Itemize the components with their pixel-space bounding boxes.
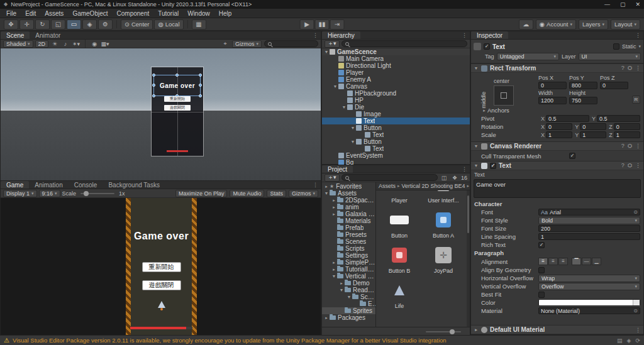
icon-size-thumb[interactable]: [450, 329, 455, 334]
hierarchy-item[interactable]: Enemy A: [322, 76, 470, 83]
tag-dropdown[interactable]: Untagged▾: [497, 53, 559, 60]
component-tools-icon[interactable]: ⌖: [221, 40, 230, 48]
resize-handle[interactable]: [199, 84, 202, 87]
grid-settings-icon[interactable]: ▦▾: [101, 40, 109, 48]
gameobject-name[interactable]: Text: [492, 43, 611, 50]
vertical-overflow-dropdown[interactable]: Overflow▾: [538, 283, 640, 290]
expand-arrow-icon[interactable]: ▸: [323, 184, 330, 189]
asset-item[interactable]: User Interf...: [424, 190, 463, 204]
tree-item-selected[interactable]: Sprites: [322, 307, 375, 314]
grid-snap-button[interactable]: ▦: [192, 19, 206, 30]
hierarchy-item[interactable]: Text: [322, 131, 470, 138]
expand-arrow-icon[interactable]: ▼: [323, 50, 330, 54]
game-gizmos-dropdown[interactable]: Gizmos ▾: [289, 190, 318, 197]
expand-arrow-icon[interactable]: ▼: [338, 288, 345, 292]
game-restart-button[interactable]: 重新開始: [142, 262, 181, 272]
tab-game[interactable]: Game: [1, 181, 29, 189]
expand-arrow-icon[interactable]: ▸: [331, 212, 337, 216]
hierarchy-item[interactable]: ▼Canvas: [322, 83, 470, 90]
hierarchy-scene-root[interactable]: ▼GameScence: [322, 48, 470, 55]
hand-tool-button[interactable]: ✥: [4, 19, 18, 30]
close-button[interactable]: ✕: [635, 1, 640, 8]
expand-arrow-icon[interactable]: ▸: [331, 198, 337, 202]
scale-x-field[interactable]: 1: [546, 131, 572, 138]
game-viewport[interactable]: Game over 重新開始 遊戲關閉: [1, 198, 321, 336]
hierarchy-item[interactable]: Main Camera: [322, 55, 470, 62]
tree-item[interactable]: Edit...: [322, 300, 375, 307]
layers-dropdown[interactable]: Layers ▾: [579, 19, 608, 30]
panel-menu-icon[interactable]: ⋮: [459, 31, 470, 39]
tree-item[interactable]: ▼Scripts: [322, 293, 375, 300]
resize-handle[interactable]: [152, 94, 155, 97]
expand-arrow-icon[interactable]: ▼: [346, 295, 352, 299]
rotation-z-field[interactable]: 0: [614, 123, 640, 130]
text-value-area[interactable]: Game over: [474, 179, 641, 198]
align-left-button[interactable]: ≡: [538, 258, 548, 265]
component-menu-icon[interactable]: ⋮: [635, 143, 641, 150]
tree-item[interactable]: ▸Galaxia Spr...: [322, 211, 375, 217]
expand-arrow-icon[interactable]: ▼: [332, 84, 338, 89]
asset-scrollbar[interactable]: [467, 190, 470, 327]
anchors-foldout[interactable]: ▸ Anchors: [471, 106, 643, 114]
default-material-header[interactable]: ▸ Default UI Material ⋮: [471, 325, 643, 334]
rotation-x-field[interactable]: 0: [546, 123, 572, 130]
space-mode-button[interactable]: ◍ Local: [154, 19, 183, 30]
game-quit-button[interactable]: 遊戲關閉: [142, 280, 181, 290]
hidden-package-count[interactable]: 16: [461, 175, 467, 181]
2d-toggle-button[interactable]: 2D: [35, 40, 49, 48]
tree-item-favorites[interactable]: ▸★Favorites: [322, 183, 375, 190]
menu-tutorial[interactable]: Tutorial: [153, 10, 183, 17]
scene-search-input[interactable]: [274, 41, 314, 47]
aspect-ratio-dropdown[interactable]: 9:16 ▾: [39, 190, 60, 197]
foldout-arrow-icon[interactable]: ▼: [474, 144, 479, 148]
color-swatch[interactable]: [538, 299, 640, 306]
transform-tool-button[interactable]: ◈: [82, 19, 97, 30]
die-ui-panel-gizmo[interactable]: Game over 重新開始 遊戲關閉: [152, 67, 203, 156]
scene-viewport[interactable]: Game over 重新開始 遊戲關閉: [1, 48, 321, 181]
align-top-button[interactable]: ▔: [572, 258, 581, 265]
layer-dropdown[interactable]: UI▾: [579, 53, 641, 60]
menu-file[interactable]: File: [2, 10, 21, 17]
create-asset-button[interactable]: ＋▾: [325, 174, 340, 182]
tree-item[interactable]: ▸SimplePixel...: [322, 259, 375, 266]
display-dropdown[interactable]: Display 1 ▾: [3, 190, 37, 197]
foldout-arrow-icon[interactable]: ▸: [481, 108, 487, 112]
font-object-field[interactable]: AaArial ⊙: [538, 209, 640, 216]
height-field[interactable]: 750: [569, 97, 597, 104]
tab-animator[interactable]: Animator: [30, 31, 66, 39]
chevron-down-icon[interactable]: ▾: [638, 44, 641, 49]
tab-scene[interactable]: Scene: [1, 31, 30, 39]
foldout-arrow-icon[interactable]: ▸: [474, 327, 479, 332]
cache-server-icon[interactable]: ◈: [627, 337, 631, 344]
tree-item[interactable]: ▸2DSpacesh...: [322, 197, 375, 204]
tree-item[interactable]: ▼Vertical 2D...: [322, 273, 375, 280]
maximize-button[interactable]: ▢: [620, 1, 626, 8]
align-middle-button[interactable]: —: [582, 258, 591, 265]
menu-help[interactable]: Help: [214, 10, 236, 17]
material-object-field[interactable]: None (Material) ⊙: [538, 307, 640, 314]
align-bottom-button[interactable]: ▁: [592, 258, 601, 265]
tree-item[interactable]: ▸Demo: [322, 280, 375, 287]
pos-z-field[interactable]: 0: [600, 82, 628, 89]
anchor-preset-button[interactable]: [494, 85, 514, 106]
expand-arrow-icon[interactable]: ▼: [350, 140, 356, 144]
search-by-label-icon[interactable]: ❖: [450, 174, 459, 182]
presets-icon[interactable]: ⛭: [628, 65, 632, 72]
active-checkbox[interactable]: ✓: [484, 43, 490, 50]
create-object-button[interactable]: ＋▾: [325, 40, 340, 48]
rotate-tool-button[interactable]: ↻: [35, 19, 50, 30]
best-fit-checkbox[interactable]: [538, 292, 545, 298]
scale-slider-thumb[interactable]: [84, 191, 89, 196]
scale-y-field[interactable]: 1: [580, 131, 606, 138]
shading-mode-dropdown[interactable]: Shaded ▾: [3, 40, 33, 48]
hierarchy-item[interactable]: ▼Die: [322, 104, 470, 111]
rect-transform-header[interactable]: ▼ Rect Transform ?⛭⋮: [471, 63, 643, 73]
tab-console[interactable]: Console: [69, 181, 103, 189]
hierarchy-item[interactable]: ▼Button: [322, 138, 470, 145]
panel-menu-icon[interactable]: ⋮: [310, 31, 321, 39]
tree-item[interactable]: ▸anim: [322, 204, 375, 211]
foldout-arrow-icon[interactable]: ▼: [474, 163, 479, 168]
hierarchy-item[interactable]: Text: [322, 145, 470, 152]
line-spacing-field[interactable]: 1: [538, 233, 640, 240]
expand-arrow-icon[interactable]: ▸: [323, 315, 330, 320]
